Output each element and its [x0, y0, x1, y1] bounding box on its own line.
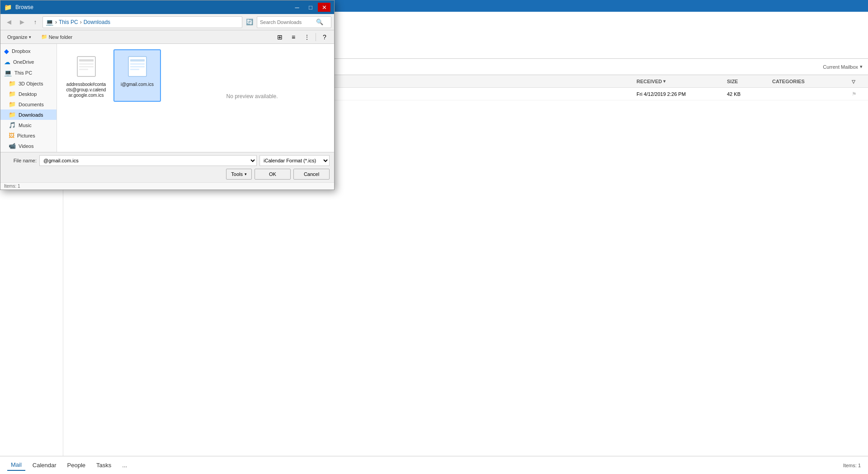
sidebar-item-downloads[interactable]: 📁 Downloads: [0, 109, 57, 120]
nav-mail[interactable]: Mail: [7, 460, 25, 471]
svg-rect-8: [130, 66, 145, 67]
nav-back-button[interactable]: ◀: [3, 16, 15, 28]
help-button[interactable]: ?: [319, 32, 330, 42]
dialog-action-row: Tools ▾ OK Cancel: [5, 169, 330, 180]
dialog-secondary-toolbar: Organize ▾ 📁 New folder ⊞ ≡ ⋮ ?: [0, 30, 334, 44]
svg-rect-2: [79, 63, 94, 65]
folder-downloads-icon: 📁: [9, 111, 16, 118]
svg-rect-3: [79, 66, 94, 67]
nav-calendar[interactable]: Calendar: [29, 460, 60, 470]
categories-col-header[interactable]: CATEGORIES: [769, 79, 850, 84]
dialog-close-button[interactable]: ✕: [318, 3, 330, 12]
computer-icon: 💻: [4, 69, 12, 76]
folder-music-icon: 🎵: [9, 122, 16, 128]
folder-videos-icon: 📹: [9, 142, 16, 149]
size-col-header[interactable]: SIZE: [723, 79, 769, 84]
folder-3dobjects-icon: 📁: [9, 80, 16, 87]
onedrive-icon: ☁: [4, 58, 10, 66]
path-root[interactable]: This PC: [59, 19, 78, 25]
dialog-minimize-button[interactable]: ─: [291, 3, 303, 12]
no-preview-area: No preview available.: [170, 44, 334, 149]
file-item-addressbook[interactable]: addressbook#contacts@group.v.calendar.go…: [62, 49, 110, 102]
browse-folder-icon: 📁: [4, 4, 12, 11]
path-bar[interactable]: 💻 › This PC › Downloads: [42, 16, 242, 28]
current-mailbox-dropdown[interactable]: ▾: [860, 64, 863, 70]
file-name-label: File name:: [5, 158, 37, 163]
items-count: Items: 1: [843, 463, 861, 468]
organize-button[interactable]: Organize ▾: [4, 33, 34, 41]
dialog-items-count: Items: 1: [0, 182, 334, 190]
new-folder-icon: 📁: [41, 34, 47, 40]
ok-button[interactable]: OK: [255, 169, 291, 180]
file-name-addressbook: addressbook#contacts@group.v.calendar.go…: [66, 82, 106, 98]
dialog-bottom-bar: File name: @gmail.com.ics iCalendar Form…: [0, 152, 334, 182]
dialog-maximize-button[interactable]: □: [304, 3, 317, 12]
filename-row: File name: @gmail.com.ics iCalendar Form…: [5, 155, 330, 166]
cancel-button[interactable]: Cancel: [293, 169, 330, 180]
svg-rect-4: [79, 69, 88, 70]
sidebar-item-music[interactable]: 🎵 Music: [0, 120, 57, 130]
titlebar-controls: ─ □ ✕: [291, 3, 330, 12]
svg-rect-7: [130, 63, 145, 65]
sidebar-item-3dobjects[interactable]: 📁 3D Objects: [0, 78, 57, 89]
nav-people[interactable]: People: [64, 460, 89, 470]
svg-rect-1: [79, 59, 94, 62]
flag-col-header: ▽: [850, 79, 868, 84]
view-toggle-group: ⊞ ≡ ⋮ ?: [274, 32, 330, 42]
email-received: Fri 4/12/2019 2:26 PM: [633, 91, 723, 97]
nav-tasks[interactable]: Tasks: [93, 460, 115, 470]
dialog-titlebar: 📁 Browse ─ □ ✕: [0, 0, 334, 14]
dropbox-icon: ◆: [4, 47, 9, 55]
file-icon-addressbook: [73, 53, 100, 80]
email-list-header: RECEIVED ▾ SIZE CATEGORIES ▽: [335, 75, 868, 88]
email-row[interactable]: Fri 4/12/2019 2:26 PM 42 KB ⚑: [335, 88, 868, 100]
dialog-content: ◆ Dropbox ☁ OneDrive 💻 This PC 📁 3D Obje…: [0, 44, 334, 152]
received-col-header[interactable]: RECEIVED ▾: [633, 79, 723, 84]
sidebar-item-dropbox[interactable]: ◆ Dropbox: [0, 46, 57, 57]
folder-desktop-icon: 📁: [9, 90, 16, 97]
nav-up-button[interactable]: ↑: [29, 16, 41, 28]
sidebar-item-onedrive[interactable]: ☁ OneDrive: [0, 57, 57, 67]
email-size: 42 KB: [723, 91, 769, 97]
tools-button[interactable]: Tools ▾: [226, 169, 252, 180]
nav-more[interactable]: ...: [118, 460, 131, 470]
path-current[interactable]: Downloads: [84, 19, 110, 25]
dialog-left-panel: ◆ Dropbox ☁ OneDrive 💻 This PC 📁 3D Obje…: [0, 44, 57, 152]
dialog-file-list: addressbook#contacts@group.v.calendar.go…: [57, 44, 334, 152]
folder-pictures-icon: 🖼: [9, 132, 14, 139]
view-list-button[interactable]: ≡: [288, 32, 299, 42]
folder-documents-icon: 📁: [9, 101, 16, 108]
svg-rect-9: [130, 69, 139, 70]
email-flag: ⚑: [850, 91, 868, 97]
new-folder-button[interactable]: 📁 New folder: [38, 33, 76, 41]
current-mailbox-label: Current Mailbox: [823, 64, 858, 70]
sidebar-item-documents[interactable]: 📁 Documents: [0, 99, 57, 109]
view-details-button[interactable]: ⋮: [301, 32, 313, 42]
view-large-icons-button[interactable]: ⊞: [274, 32, 286, 42]
filename-input[interactable]: @gmail.com.ics: [39, 155, 257, 166]
svg-rect-6: [130, 59, 145, 62]
dialog-search-icon: 🔍: [316, 19, 323, 25]
sidebar-item-desktop[interactable]: 📁 Desktop: [0, 89, 57, 99]
filetype-select[interactable]: iCalendar Format (*.ics) All Files (*.*): [259, 155, 330, 166]
dialog-search-input[interactable]: [260, 19, 314, 25]
file-name-gmail: i@gmail.com.ics: [121, 82, 154, 87]
dialog-search-box: 🔍: [257, 16, 331, 28]
file-item-gmail[interactable]: i@gmail.com.ics: [113, 49, 161, 102]
file-icon-gmail: [124, 53, 151, 80]
sidebar-item-this-pc[interactable]: 💻 This PC: [0, 67, 57, 78]
bottom-nav: Mail Calendar People Tasks ... Items: 1: [0, 456, 868, 474]
sidebar-item-pictures[interactable]: 🖼 Pictures: [0, 130, 57, 141]
sidebar-item-videos[interactable]: 📹 Videos: [0, 141, 57, 151]
pc-icon: 💻: [46, 19, 53, 26]
dialog-nav-toolbar: ◀ ▶ ↑ 💻 › This PC › Downloads 🔄 🔍: [0, 14, 334, 30]
path-refresh-button[interactable]: 🔄: [244, 16, 255, 28]
browse-dialog: 📁 Browse ─ □ ✕ ◀ ▶ ↑ 💻 › This PC › Downl…: [0, 0, 335, 190]
nav-forward-button[interactable]: ▶: [16, 16, 28, 28]
